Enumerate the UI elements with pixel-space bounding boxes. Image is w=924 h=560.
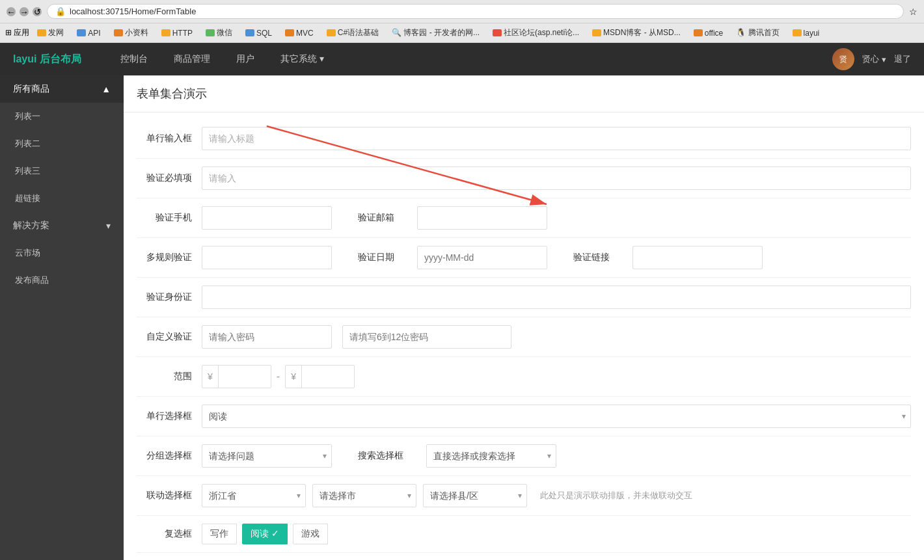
sidebar-item-list3[interactable]: 列表三: [0, 157, 124, 185]
range-max: ¥: [285, 365, 355, 388]
bookmark-cnblogs[interactable]: 🔍 博客园 - 开发者的网...: [387, 26, 485, 40]
label-multi-rule: 多规则验证: [137, 252, 202, 263]
bookmark-office[interactable]: office: [688, 27, 728, 39]
group-select[interactable]: 请选择问题: [202, 444, 332, 468]
form-row-group-select: 分组选择框 请选择问题 ▾ 搜索选择框 直接选择或: [137, 436, 911, 476]
form-row-multi-rule: 多规则验证 验证日期 验证链接: [137, 238, 911, 278]
field-id: [202, 286, 911, 309]
bookmark-sql[interactable]: SQL: [240, 27, 277, 39]
link-input[interactable]: [632, 246, 763, 269]
form-row-orig-checkbox: 原始复选框 写作 阅读 游: [137, 553, 911, 560]
text-input[interactable]: [202, 127, 911, 150]
label-linked-select: 联动选择框: [137, 490, 202, 501]
form-row-id: 验证身份证: [137, 278, 911, 317]
bookmark-layui[interactable]: layui: [787, 27, 825, 39]
required-input[interactable]: [202, 167, 911, 190]
range-min-input[interactable]: [219, 371, 271, 382]
bookmark-csharp[interactable]: C#语法基础: [321, 26, 384, 40]
city-select[interactable]: 请选择市: [312, 484, 416, 507]
bookmark-small-data[interactable]: 小资料: [109, 26, 154, 40]
forward-button[interactable]: →: [20, 7, 29, 16]
apps-icon[interactable]: ⊞ 应用: [5, 27, 29, 38]
label-search-select: 搜索选择框: [345, 450, 413, 462]
bookmark-mvc[interactable]: MVC: [280, 27, 319, 39]
main-content: 所有商品 ▲ 列表一 列表二 列表三 超链接 解决方案 ▾ 云市场 发布商品 表…: [0, 75, 924, 560]
form-row-linked-select: 联动选择框 浙江省 ▾ 请选择市: [137, 476, 911, 516]
checkbox-read: 阅读 ✓: [242, 524, 288, 544]
user-info: 贤心 ▾: [862, 53, 886, 65]
city-wrapper: 请选择市 ▾: [312, 484, 416, 507]
id-input[interactable]: [202, 286, 911, 309]
field-required: [202, 167, 911, 190]
sidebar-item-cloud[interactable]: 云市场: [0, 239, 124, 267]
sidebar-item-publish[interactable]: 发布商品: [0, 267, 124, 294]
bookmark-http[interactable]: HTTP: [156, 27, 198, 39]
bookmark-msdn[interactable]: MSDN博客 - 从MSD...: [587, 26, 686, 40]
bookmark-aspnet[interactable]: 社区论坛(asp.neti论...: [487, 26, 584, 40]
nav-dashboard[interactable]: 控制台: [107, 43, 161, 75]
label-required: 验证必填项: [137, 172, 202, 184]
multi-rule-input[interactable]: [202, 246, 332, 269]
nav-other[interactable]: 其它系统 ▾: [267, 43, 337, 75]
checkbox-read-btn[interactable]: 阅读 ✓: [242, 524, 288, 544]
sidebar-item-list2[interactable]: 列表二: [0, 130, 124, 157]
label-range: 范围: [137, 371, 202, 382]
avatar: 贤: [832, 48, 854, 70]
username: 贤心: [862, 53, 879, 65]
password-input[interactable]: [202, 325, 332, 349]
browser-bar: ← → ↺ 🔒 localhost:30715/Home/FormTable ☆: [0, 0, 924, 23]
form-row-phone-email: 验证手机 验证邮箱: [137, 198, 911, 238]
nav-users[interactable]: 用户: [223, 43, 267, 75]
bookmark-api[interactable]: API: [72, 27, 105, 39]
sidebar-all-products[interactable]: 所有商品 ▲: [0, 75, 124, 103]
range-max-input[interactable]: [302, 371, 354, 382]
browser-controls: ← → ↺: [7, 7, 42, 16]
password-hint-input[interactable]: [342, 325, 511, 349]
address-bar[interactable]: 🔒 localhost:30715/Home/FormTable: [47, 4, 904, 19]
form-row-custom: 自定义验证: [137, 317, 911, 357]
field-select: 阅读 写作 游戏 ▾: [202, 405, 911, 428]
checkbox-game: 游戏: [293, 524, 328, 544]
back-button[interactable]: ←: [7, 7, 16, 16]
bookmarks-bar: ⊞ 应用 发网 API 小资料 HTTP 微信 SQL MVC C#语法基础 🔍…: [0, 23, 924, 43]
label-group-select: 分组选择框: [137, 450, 202, 462]
label-date: 验证日期: [345, 252, 404, 263]
label-select: 单行选择框: [137, 410, 202, 422]
logout-button[interactable]: 退了: [894, 53, 911, 65]
phone-input[interactable]: [202, 206, 332, 230]
sidebar-item-link[interactable]: 超链接: [0, 185, 124, 212]
user-dropdown-icon: ▾: [882, 55, 886, 64]
checkbox-write: 写作: [202, 524, 237, 544]
checkbox-write-btn[interactable]: 写作: [202, 524, 237, 544]
bookmark-wechat[interactable]: 微信: [200, 26, 238, 40]
email-input[interactable]: [417, 206, 547, 230]
sidebar-collapse-icon: ▲: [102, 84, 111, 94]
refresh-button[interactable]: ↺: [33, 7, 42, 16]
form-container: 单行输入框 验证必填项: [124, 113, 924, 560]
date-input[interactable]: [417, 246, 547, 269]
checkbox-group: 写作 阅读 ✓ 游戏: [202, 524, 328, 544]
checkbox-game-btn[interactable]: 游戏: [293, 524, 328, 544]
nav-products[interactable]: 商品管理: [161, 43, 223, 75]
province-select[interactable]: 浙江省: [202, 484, 306, 507]
bookmark-tencent[interactable]: 🐧 腾讯首页: [731, 26, 784, 40]
currency-symbol-2: ¥: [286, 366, 302, 388]
sidebar-item-list1[interactable]: 列表一: [0, 103, 124, 130]
app: layui 后台布局 控制台 商品管理 用户 其它系统 ▾ 贤 贤心 ▾ 退了 …: [0, 43, 924, 560]
top-nav: layui 后台布局 控制台 商品管理 用户 其它系统 ▾ 贤 贤心 ▾ 退了: [0, 43, 924, 75]
form-row-range: 范围 ¥ - ¥: [137, 357, 911, 397]
bookmark-fanet[interactable]: 发网: [32, 26, 69, 40]
district-select[interactable]: 请选择县/区: [423, 484, 527, 507]
label-phone: 验证手机: [137, 212, 202, 224]
search-select[interactable]: 直接选择或搜索选择: [426, 444, 556, 468]
sidebar-section-solution[interactable]: 解决方案 ▾: [0, 212, 124, 239]
browser-chrome: ← → ↺ 🔒 localhost:30715/Home/FormTable ☆…: [0, 0, 924, 43]
nav-right: 贤 贤心 ▾ 退了: [832, 48, 911, 70]
single-select[interactable]: 阅读 写作 游戏: [202, 405, 911, 428]
province-wrapper: 浙江省 ▾: [202, 484, 306, 507]
sidebar-section-label: 解决方案: [13, 220, 49, 232]
star-icon[interactable]: ☆: [909, 7, 917, 17]
currency-symbol-1: ¥: [202, 366, 219, 388]
sidebar-section-icon: ▾: [106, 220, 111, 231]
linked-select-info: 此处只是演示联动排版，并未做联动交互: [534, 490, 692, 501]
